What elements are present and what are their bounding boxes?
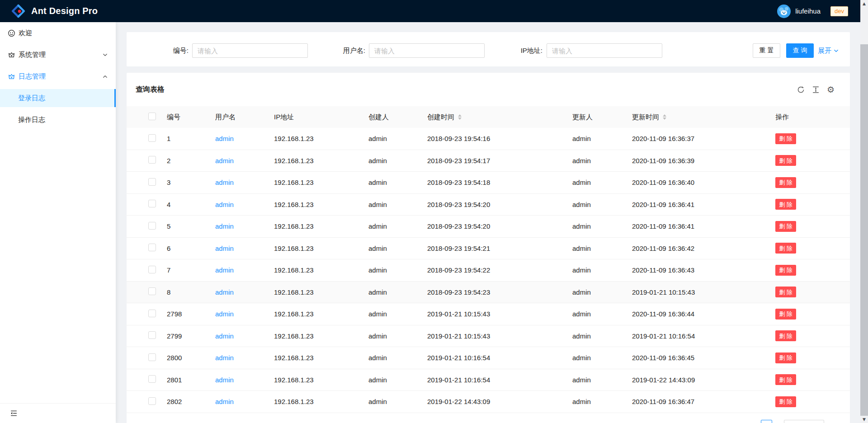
sidebar-item-operation-log[interactable]: 操作日志 [0,111,116,129]
row-checkbox[interactable] [148,178,156,186]
table-card: 查询表格 ⚙ [127,73,850,423]
column-header-action: 操作 [775,113,850,122]
sort-carets-icon[interactable] [663,114,666,120]
id-input[interactable] [192,43,308,58]
cell-creator: admin [368,201,427,208]
reload-icon[interactable] [797,86,805,94]
cell-updated-time: 2020-11-09 16:36:44 [632,310,775,318]
column-header-creator: 创建人 [368,113,427,122]
sort-carets-icon[interactable] [458,114,462,120]
username-link[interactable]: admin [215,398,234,405]
query-button[interactable]: 查 询 [786,43,814,58]
expand-link[interactable]: 展开 [818,43,839,58]
delete-button[interactable]: 删 除 [775,309,796,320]
delete-button[interactable]: 删 除 [775,199,796,210]
cell-updated-time: 2019-01-21 10:15:43 [632,288,775,296]
sidebar-item-welcome[interactable]: 欢迎 [0,24,116,42]
chevron-down-icon [103,52,108,57]
cell-id: 1 [167,135,215,142]
delete-button[interactable]: 删 除 [775,177,796,188]
delete-button[interactable]: 删 除 [775,374,796,385]
row-checkbox[interactable] [148,156,156,164]
cell-creator: admin [368,376,427,384]
username-link[interactable]: admin [215,157,234,164]
row-checkbox[interactable] [148,287,156,295]
scrollbar-thumb[interactable] [860,44,868,416]
username-input[interactable] [369,43,485,58]
vertical-scrollbar[interactable]: ▲ ▼ [860,0,868,423]
username-link[interactable]: admin [215,179,234,186]
sidebar-item-label: 欢迎 [19,29,108,38]
cell-ip-address: 192.168.1.23 [274,135,368,142]
delete-button[interactable]: 删 除 [775,330,796,341]
cell-updater: admin [572,288,632,296]
row-checkbox[interactable] [148,375,156,383]
cell-creator: admin [368,288,427,296]
table-row: 2798 admin 192.168.1.23 admin 2019-01-21… [127,303,850,325]
delete-button[interactable]: 删 除 [775,243,796,254]
column-header-ip: IP地址 [274,113,368,122]
scrollbar-down-arrow-icon[interactable]: ▼ [860,416,868,423]
username-link[interactable]: admin [215,201,234,208]
username-link[interactable]: admin [215,244,234,252]
pagination-page-button[interactable] [761,420,772,423]
column-header-updated-time[interactable]: 更新时间 [632,113,775,122]
delete-button[interactable]: 删 除 [775,221,796,232]
column-header-created-time[interactable]: 创建时间 [427,113,572,122]
search-form-card: 编号: 用户名: IP地址: 重 置 查 询 展开 [127,32,850,66]
row-checkbox[interactable] [148,353,156,361]
scrollbar-up-arrow-icon[interactable]: ▲ [860,0,868,7]
username-link[interactable]: admin [215,288,234,296]
row-checkbox[interactable] [148,134,156,142]
delete-button[interactable]: 删 除 [775,396,796,407]
cell-ip-address: 192.168.1.23 [274,179,368,186]
cell-updater: admin [572,222,632,230]
reset-button[interactable]: 重 置 [753,43,780,58]
field-label-username: 用户名: [304,43,365,58]
delete-button[interactable]: 删 除 [775,133,796,144]
row-checkbox[interactable] [148,244,156,251]
table-row: 2799 admin 192.168.1.23 admin 2019-01-21… [127,325,850,348]
main-content: 编号: 用户名: IP地址: 重 置 查 询 展开 查询表格 [116,22,860,423]
username-link[interactable]: admin [215,354,234,362]
column-height-icon[interactable] [812,86,820,94]
delete-button[interactable]: 删 除 [775,287,796,297]
brand[interactable]: Ant Design Pro [11,4,98,19]
username-link[interactable]: admin [215,266,234,274]
settings-icon[interactable]: ⚙ [827,86,835,94]
row-checkbox[interactable] [148,331,156,339]
sidebar-item-login-log[interactable]: 登录日志 [0,89,116,107]
username-link[interactable]: admin [215,332,234,340]
username-link[interactable]: admin [215,135,234,142]
sidebar-item-log-mgmt[interactable]: 日志管理 [0,67,116,85]
menu-fold-icon[interactable] [10,409,18,417]
row-checkbox[interactable] [148,310,156,317]
cell-creator: admin [368,244,427,252]
cell-creator: admin [368,310,427,318]
delete-button[interactable]: 删 除 [775,265,796,276]
column-header-id: 编号 [167,113,215,122]
cell-created-time: 2018-09-23 19:54:16 [427,135,572,142]
sidebar-item-system-mgmt[interactable]: 系统管理 [0,46,116,64]
username-link[interactable]: admin [215,222,234,230]
pagination-size-select[interactable] [784,420,824,423]
row-checkbox[interactable] [148,200,156,207]
cell-updater: admin [572,201,632,208]
username-link[interactable]: admin [215,376,234,384]
avatar[interactable] [777,5,791,18]
select-all-checkbox[interactable] [148,113,156,120]
user-menu[interactable]: liufeihua dev [777,5,848,18]
cell-ip-address: 192.168.1.23 [274,244,368,252]
cell-updated-time: 2020-11-09 16:36:45 [632,354,775,362]
cell-creator: admin [368,157,427,164]
cell-id: 2 [167,157,215,164]
row-checkbox[interactable] [148,397,156,405]
table-row: 4 admin 192.168.1.23 admin 2018-09-23 19… [127,194,850,216]
table-row: 7 admin 192.168.1.23 admin 2018-09-23 19… [127,259,850,282]
delete-button[interactable]: 删 除 [775,155,796,166]
ip-input[interactable] [547,43,662,58]
delete-button[interactable]: 删 除 [775,352,796,363]
row-checkbox[interactable] [148,222,156,230]
row-checkbox[interactable] [148,266,156,273]
username-link[interactable]: admin [215,310,234,318]
